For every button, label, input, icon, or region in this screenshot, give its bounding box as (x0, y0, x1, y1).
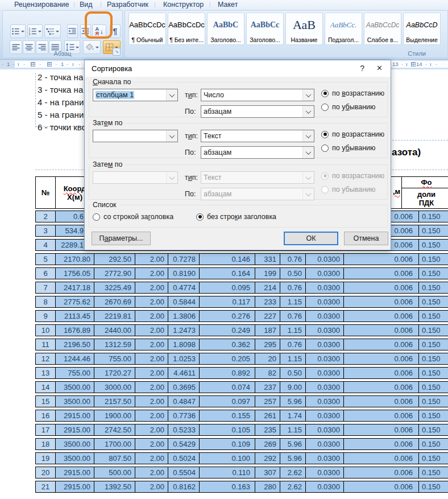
table-cell: 0.110 (200, 467, 255, 478)
table-cell: 1.15 (280, 353, 306, 364)
ok-button[interactable]: ОК (284, 232, 338, 245)
decrease-indent-icon (68, 27, 77, 35)
table-cell: 0.150 (419, 410, 448, 421)
sort-using-select[interactable]: абзацам (201, 146, 314, 159)
options-button[interactable]: Параметры... (92, 232, 151, 245)
table-cell: 0.150 (419, 424, 448, 435)
help-button[interactable]: ? (360, 64, 364, 73)
combo-dropdown-button[interactable] (302, 147, 314, 158)
sort-type-select[interactable]: Число (201, 89, 314, 101)
table-cell: 2.00 (135, 382, 168, 393)
style-card-Заголово-[interactable]: AaBbCcЗаголово... (246, 13, 284, 45)
style-card-Заголово-[interactable]: AaBbCЗаголово... (207, 13, 244, 45)
sort-using-select[interactable]: абзацам (201, 105, 314, 118)
style-preview: AaBbCcDc (168, 13, 205, 36)
group-label: Сначала по (90, 78, 134, 86)
style-card-Название[interactable]: АаВНазвание (285, 13, 323, 45)
table-cell: 3500.00 (56, 382, 94, 393)
combo-dropdown-button[interactable] (166, 130, 177, 142)
ascending-radio[interactable]: по возрастанию (321, 89, 384, 97)
table-cell: 280 (255, 481, 280, 492)
bullets-button[interactable] (10, 24, 26, 38)
style-card-Выделение[interactable]: AaBbCcDВыделение (403, 13, 441, 45)
sort-by-field-select[interactable] (93, 130, 178, 142)
tab-separator (155, 2, 155, 7)
dropdown-arrow-icon (38, 31, 42, 32)
table-cell: 2170.80 (56, 254, 94, 265)
combo-dropdown-button[interactable] (166, 89, 177, 101)
tab-Макет[interactable]: Макет (218, 1, 238, 9)
style-card--Без-инте-[interactable]: AaBbCcDc¶ Без инте... (168, 13, 205, 45)
combo-dropdown-button (302, 172, 314, 183)
table-cell: 0.146 (200, 254, 255, 265)
combo-dropdown-button[interactable] (302, 89, 314, 101)
dialog-title-bar[interactable]: Сортировка ? ✕ (85, 60, 391, 77)
descending-radio[interactable]: по убыванию (321, 103, 375, 111)
cancel-button[interactable]: Отмена (344, 232, 388, 245)
table-cell: 0.276 (200, 311, 255, 321)
ruler-mark: · (2, 61, 3, 67)
table-cell: 2.00 (135, 254, 168, 265)
table-row: 72417.183225.492.000.47740.0952140.760.0… (35, 282, 448, 294)
table-cell: 0.150 (419, 353, 448, 364)
table-cell: 2.00 (135, 353, 168, 364)
ruler-mark: · (425, 61, 427, 67)
table-cell: 2742.50 (94, 424, 135, 435)
multilevel-list-icon (46, 27, 55, 35)
decrease-indent-button[interactable] (67, 24, 78, 38)
close-icon[interactable]: ✕ (376, 64, 383, 72)
table-cell: 0.5429 (168, 439, 200, 449)
chevron-down-icon (306, 149, 312, 155)
table-cell: 0.006 (344, 467, 419, 478)
without-header-radio[interactable]: без строки заголовка (196, 213, 276, 221)
tab-Рецензирование[interactable]: Рецензирование (14, 1, 69, 9)
table-cell: 0.76 (280, 282, 306, 293)
sort-by-field-select[interactable]: столбцам 1 (93, 89, 178, 101)
table-cell: 2.00 (135, 481, 168, 492)
table-cell: 1900.00 (94, 410, 135, 421)
style-preview: AaBbCc (251, 13, 280, 36)
with-header-radio[interactable]: со строкой заголовка (93, 213, 173, 221)
table-cell: 0.150 (419, 396, 448, 407)
table-cell: 0.0300 (306, 268, 344, 279)
style-label: Выделение (406, 36, 438, 43)
table-cell: 3500.00 (56, 439, 94, 449)
by-label: По: (185, 108, 196, 116)
table-cell: 20 (255, 353, 280, 364)
multilevel-list-button[interactable] (44, 24, 61, 38)
style-label: Название (291, 36, 318, 43)
table-cell: 4 (36, 240, 56, 250)
sort-type-select: Текст (201, 171, 314, 184)
tab-Вид[interactable]: Вид (80, 1, 93, 9)
combo-dropdown-button[interactable] (302, 106, 314, 117)
table-cell: 235 (255, 424, 280, 435)
table-row: 52170.80292.502.000.72780.1463310.760.03… (35, 253, 448, 265)
table-cell: 0.150 (419, 481, 448, 492)
tab-Разработчик[interactable]: Разработчик (107, 1, 148, 9)
style-card-Слабое-в-[interactable]: AaBbCcDcСлабое в... (364, 13, 401, 45)
table-cell: 0.8162 (168, 481, 200, 492)
ascending-radio[interactable]: по возрастанию (321, 130, 384, 138)
numbering-button[interactable]: 123 (27, 24, 43, 38)
table-cell: 2.00 (135, 439, 168, 449)
paragraph-dialog-launcher[interactable]: ↘ (113, 48, 121, 56)
table-cell: 21 (36, 481, 56, 492)
table-cell: 12 (36, 353, 56, 364)
type-value: Число (204, 91, 224, 99)
table-cell: 0.205 (200, 353, 255, 364)
styles-group-label: Стили (125, 50, 447, 57)
tab-Конструктор[interactable]: Конструктор (163, 1, 204, 9)
chevron-down-icon (306, 108, 312, 114)
combo-dropdown-button[interactable] (302, 130, 314, 142)
style-label: Подзагол... (328, 36, 359, 43)
table-row: 162915.001900.002.000.77360.1552611.740.… (35, 410, 448, 422)
table-cell: 0.76 (280, 311, 306, 321)
table-cell: 2.00 (135, 325, 168, 336)
style-card--Обычный[interactable]: AaBbCcDc¶ Обычный (128, 13, 166, 45)
table-cell: 295 (255, 339, 280, 350)
table-cell: 82 (255, 368, 280, 378)
paragraph-mark-icon: ¶ (113, 27, 118, 36)
style-card-Подзагол-[interactable]: AaBbCc.Подзагол... (325, 13, 362, 45)
descending-radio[interactable]: по убыванию (321, 144, 375, 152)
sort-type-select[interactable]: Текст (201, 130, 314, 142)
